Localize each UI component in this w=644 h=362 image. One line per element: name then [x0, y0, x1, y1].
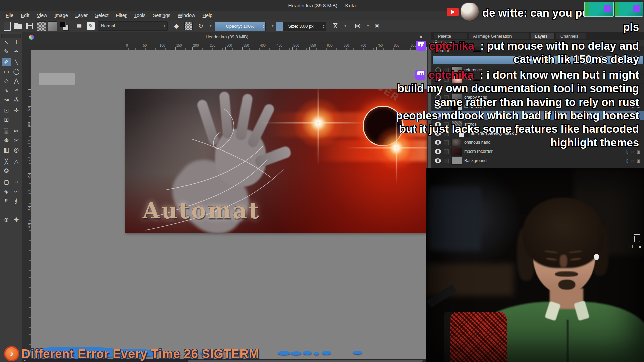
text-tool[interactable]: T: [12, 38, 21, 46]
layer-lock-checkbox[interactable]: [444, 149, 449, 154]
menu-view[interactable]: View: [33, 12, 51, 19]
polyline-tool[interactable]: ⋀: [12, 76, 21, 85]
new-document-icon[interactable]: [3, 21, 12, 31]
freehand-selection-tool[interactable]: ∾: [12, 187, 21, 196]
preserve-alpha-icon[interactable]: [184, 21, 193, 31]
smart-patch-tool[interactable]: ✂: [12, 136, 21, 145]
layer-hidden-eye-icon[interactable]: [435, 67, 441, 73]
layer-visible-eye-icon[interactable]: [435, 131, 441, 136]
transform-tool[interactable]: ⊡: [2, 106, 11, 115]
menu-filter[interactable]: Filter: [112, 12, 130, 19]
calligraphy-tool[interactable]: ✒: [12, 47, 21, 56]
open-document-icon[interactable]: [13, 21, 23, 31]
layer-row[interactable]: crappy hand: [431, 93, 644, 102]
menu-window[interactable]: Window: [174, 12, 199, 19]
fill-tool[interactable]: ◧: [2, 145, 11, 154]
layer-hidden-eye-icon[interactable]: [435, 85, 441, 91]
save-icon[interactable]: [25, 21, 34, 31]
layer-row[interactable]: reference: [431, 66, 644, 75]
docker-tab-channels[interactable]: Channels: [556, 33, 586, 39]
layer-lock-checkbox[interactable]: [444, 68, 449, 73]
brush-blending-mode-dropdown[interactable]: Normal ▾: [98, 21, 168, 31]
layer-lock-checkbox[interactable]: [444, 131, 449, 136]
menu-help[interactable]: Help: [199, 12, 216, 19]
layer-row[interactable]: strings: [431, 120, 644, 129]
layer-lock-checkbox[interactable]: [444, 122, 449, 127]
polygon-tool[interactable]: ◇: [2, 76, 11, 85]
layer-lock-checkbox[interactable]: [444, 77, 449, 82]
docker-tab-layers[interactable]: Layers: [531, 33, 555, 39]
mirror-horizontal-dropdown-arrow[interactable]: ▾: [363, 21, 373, 31]
move-tool[interactable]: ✛: [12, 106, 21, 115]
crop-tool[interactable]: ⊞: [2, 115, 11, 124]
colorize-mask-tool[interactable]: ❋: [2, 136, 11, 145]
reload-dropdown-arrow[interactable]: ▾: [206, 21, 215, 31]
foreground-background-colors[interactable]: [60, 21, 69, 31]
close-docker-icon[interactable]: ✕: [638, 244, 642, 250]
similar-color-selection-tool[interactable]: ≋: [2, 196, 11, 205]
layer-visible-eye-icon[interactable]: [435, 158, 441, 163]
layer-row[interactable]: ominous hand: [431, 138, 644, 147]
bezier-curve-tool[interactable]: ∿: [2, 86, 11, 95]
multibrush-tool[interactable]: ⁂: [12, 95, 21, 104]
layer-lock-checkbox[interactable]: [444, 159, 449, 163]
mirror-horizontal-icon[interactable]: ⋈: [353, 21, 362, 31]
brush-presets-icon[interactable]: ≣: [74, 21, 84, 31]
mirror-vertical-icon[interactable]: ⋈: [331, 21, 340, 31]
layer-visible-eye-icon[interactable]: [435, 140, 441, 145]
opacity-slider[interactable]: Opacity: 100% ▲▼: [215, 22, 266, 31]
eraser-mode-icon[interactable]: ◆: [172, 21, 181, 31]
close-document-icon[interactable]: ✕: [419, 34, 423, 40]
reload-preset-icon[interactable]: ↻: [196, 21, 205, 31]
document-tab[interactable]: Header.kra (39.8 MiB): [22, 34, 431, 39]
opacity-spinner[interactable]: ▲▼: [262, 22, 265, 31]
layer-visible-eye-icon[interactable]: [435, 104, 441, 109]
menu-layer[interactable]: Layer: [72, 12, 91, 19]
mirror-vertical-dropdown-arrow[interactable]: ▾: [341, 21, 350, 31]
ellipse-tool[interactable]: ◯: [12, 67, 21, 76]
dynamic-brush-tool[interactable]: ↝: [2, 95, 11, 104]
layer-blending-mode-dropdown[interactable]: Normal ▾: [432, 47, 643, 54]
gradient-tool[interactable]: ▒: [2, 127, 11, 135]
menu-image[interactable]: Image: [51, 12, 72, 19]
crop-view-icon[interactable]: ⊠: [372, 21, 382, 31]
layer-visible-eye-icon[interactable]: [435, 122, 441, 127]
freehand-path-tool[interactable]: ≈: [12, 86, 21, 95]
artwork-image[interactable]: ORDER Automat: [125, 89, 427, 233]
brush-editor-icon[interactable]: ✎: [86, 21, 95, 31]
layer-row[interactable]: macro recorder▯ α ▣: [431, 147, 644, 156]
layer-row[interactable]: ❐Group 4α ▣: [431, 102, 644, 111]
polygonal-selection-tool[interactable]: ◈: [2, 187, 11, 196]
layer-visible-eye-icon[interactable]: [435, 149, 441, 154]
magnetic-selection-tool[interactable]: ∮: [12, 196, 21, 205]
brush-size-spinner[interactable]: ▲▼: [323, 22, 325, 31]
elliptical-selection-tool[interactable]: ◌: [12, 178, 21, 186]
layer-lock-checkbox[interactable]: [444, 104, 449, 109]
float-docker-icon[interactable]: ❐: [629, 244, 633, 249]
menu-edit[interactable]: Edit: [17, 12, 33, 19]
layer-lock-checkbox[interactable]: [444, 113, 449, 118]
menu-settings[interactable]: Settings: [149, 12, 174, 19]
layer-row[interactable]: flares: [431, 75, 644, 84]
gradient-chooser-swatch[interactable]: [37, 21, 46, 31]
select-shapes-tool[interactable]: ↖: [2, 38, 11, 46]
layer-row[interactable]: ▣Transparency Mask 1: [431, 129, 644, 138]
docker-lock-icon[interactable]: ⬤: [433, 40, 439, 46]
measure-tool[interactable]: △: [12, 157, 21, 166]
layer-lock-checkbox[interactable]: [444, 95, 449, 100]
rectangular-selection-tool[interactable]: ▢: [2, 178, 11, 186]
layer-visible-eye-icon[interactable]: [435, 77, 441, 81]
docker-tab-palette[interactable]: Palette: [434, 33, 467, 39]
layer-row[interactable]: Background▯ α ▣: [431, 156, 644, 165]
pan-tool[interactable]: ✥: [12, 215, 21, 224]
scroll-up-icon[interactable]: ▲: [428, 42, 431, 46]
brush-size-slider[interactable]: Size: 3.00 px ▲▼: [276, 22, 326, 31]
layer-row[interactable]: [431, 111, 644, 120]
layer-lock-checkbox[interactable]: [444, 140, 449, 145]
docker-tab-ai-image-generation[interactable]: AI Image Generation: [469, 33, 529, 39]
freehand-brush-tool[interactable]: ✐: [2, 58, 11, 66]
zoom-tool[interactable]: ⊕: [2, 215, 11, 224]
layer-hidden-eye-icon[interactable]: [435, 95, 441, 100]
menu-file[interactable]: File: [2, 12, 17, 19]
rectangle-tool[interactable]: ▭: [2, 67, 11, 76]
